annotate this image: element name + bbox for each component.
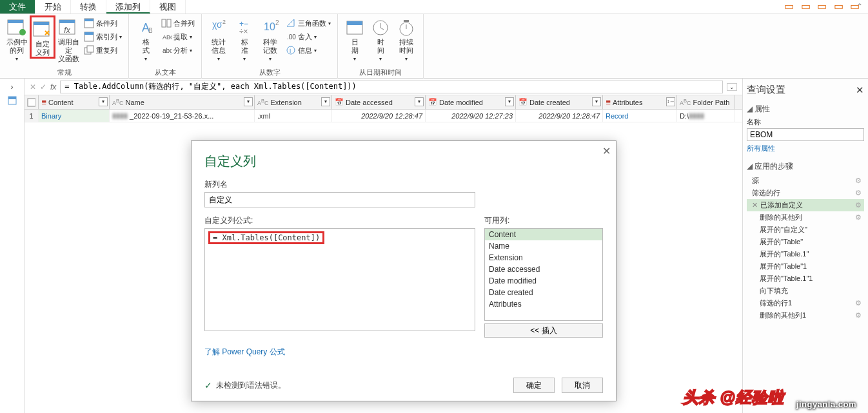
- applied-step[interactable]: 展开的"Table.1"1: [747, 273, 864, 285]
- standard-button[interactable]: +−÷×标 准▾: [232, 15, 257, 63]
- scientific-button[interactable]: 102科学 记数▾: [257, 15, 283, 63]
- menu-addcolumn[interactable]: 添加列: [106, 0, 150, 14]
- col-date-created[interactable]: 📅Date created▾: [516, 95, 603, 109]
- custom-column-button[interactable]: 自定 义列: [30, 15, 55, 59]
- formula-dropdown-icon[interactable]: ⌄: [727, 83, 737, 91]
- svg-rect-16: [162, 19, 166, 27]
- expand-rail-icon[interactable]: ›: [11, 82, 14, 91]
- watermark-site: jingyanla.com: [796, 399, 856, 409]
- ribbon-group-general-label: 常规: [4, 68, 124, 79]
- conditional-column-button[interactable]: 条件列: [81, 17, 124, 30]
- col-name[interactable]: ABCName▾: [110, 95, 255, 109]
- filter-icon[interactable]: ▾: [505, 97, 514, 106]
- col-date-modified[interactable]: 📅Date modified▾: [426, 95, 516, 109]
- svg-text:B: B: [148, 27, 153, 34]
- ok-button[interactable]: 确定: [513, 378, 555, 393]
- col-extension[interactable]: ABCExtension▾: [255, 95, 332, 109]
- format-button[interactable]: AB格 式▾: [133, 15, 159, 63]
- col-attributes[interactable]: ≣Attributes↕↔: [603, 95, 677, 109]
- query-name-input[interactable]: [747, 128, 864, 141]
- menu-file[interactable]: 文件: [0, 0, 35, 14]
- new-column-name-input[interactable]: [204, 192, 475, 207]
- formula-accept-icon[interactable]: ✓: [40, 82, 46, 91]
- index-column-button[interactable]: 索引列▾: [81, 30, 124, 43]
- svg-text:.00: .00: [287, 34, 296, 41]
- custom-column-dialog: ✕ 自定义列 新列名 自定义列公式: = Xml.Tables([Content…: [191, 140, 616, 401]
- menu-transform[interactable]: 转换: [71, 0, 106, 14]
- dialog-title: 自定义列: [192, 141, 616, 170]
- queries-icon: [7, 95, 17, 106]
- applied-step[interactable]: 删除的其他列1⚙: [747, 309, 864, 322]
- svg-rect-9: [84, 19, 94, 21]
- example-column-button[interactable]: 示例中 的列▾: [4, 15, 30, 63]
- dialog-close-button[interactable]: ✕: [602, 145, 611, 157]
- duration-button[interactable]: 持续 时间▾: [393, 15, 419, 63]
- filter-icon[interactable]: ▾: [99, 97, 108, 106]
- custom-formula-input[interactable]: = Xml.Tables([Content]): [204, 228, 475, 331]
- available-column-item[interactable]: Extension: [485, 252, 602, 264]
- svg-text:abc: abc: [163, 47, 172, 54]
- trigonometry-button[interactable]: 三角函数▾: [283, 17, 333, 30]
- calendar-icon: 📅: [335, 98, 344, 106]
- extract-button[interactable]: ABC提取▾: [159, 30, 197, 43]
- calendar-icon: 📅: [428, 98, 437, 106]
- invoke-function-button[interactable]: fx调用自定 义函数: [55, 15, 81, 63]
- applied-step[interactable]: 删除的其他列⚙: [747, 211, 864, 224]
- ribbon-group-datetime-label: 从日期和时间: [342, 68, 419, 79]
- watermark-brand: 头杀 @经验啦: [683, 387, 784, 408]
- svg-text:10: 10: [264, 21, 275, 32]
- applied-step[interactable]: 筛选的行⚙: [747, 187, 864, 199]
- applied-step[interactable]: 展开的"自定义": [747, 224, 864, 236]
- applied-step[interactable]: 筛选的行1⚙: [747, 297, 864, 309]
- available-column-item[interactable]: Content: [485, 229, 602, 240]
- check-icon: ✓: [204, 380, 212, 390]
- available-column-item[interactable]: Date modified: [485, 275, 602, 287]
- time-button[interactable]: 时 间▾: [368, 15, 393, 63]
- rounding-button[interactable]: .00舍入▾: [283, 30, 333, 43]
- queries-rail[interactable]: ›: [0, 79, 25, 413]
- available-columns-list[interactable]: ContentNameExtensionDate accessedDate mo…: [484, 228, 603, 321]
- applied-step[interactable]: ✕已添加自定义⚙: [747, 199, 864, 211]
- filter-icon[interactable]: ▾: [592, 97, 601, 106]
- parse-button[interactable]: abc分析▾: [159, 44, 197, 57]
- applied-step[interactable]: 向下填充: [747, 285, 864, 297]
- svg-rect-30: [347, 21, 362, 25]
- col-date-accessed[interactable]: 📅Date accessed▾: [332, 95, 426, 109]
- ribbon-group-text-label: 从文本: [133, 68, 197, 79]
- svg-text:2: 2: [222, 19, 226, 25]
- filter-icon[interactable]: ▾: [244, 97, 253, 106]
- statistics-button[interactable]: χσ2统计 信息▾: [206, 15, 232, 63]
- filter-icon[interactable]: ▾: [321, 97, 330, 106]
- calendar-icon: 📅: [518, 98, 528, 106]
- all-properties-link[interactable]: 所有属性: [747, 144, 864, 153]
- available-column-item[interactable]: Attributes: [485, 298, 602, 310]
- menu-view[interactable]: 视图: [150, 0, 186, 14]
- col-folder-path[interactable]: ABCFolder Path: [677, 95, 735, 109]
- filter-icon[interactable]: ↕↔: [666, 97, 675, 106]
- svg-rect-11: [84, 32, 94, 35]
- information-button[interactable]: i信息▾: [283, 44, 333, 57]
- date-button[interactable]: 日 期▾: [342, 15, 368, 63]
- formula-cancel-icon[interactable]: ✕: [30, 82, 36, 91]
- learn-pq-link[interactable]: 了解 Power Query 公式: [204, 347, 285, 358]
- applied-step[interactable]: 源⚙: [747, 175, 864, 187]
- available-column-item[interactable]: Date accessed: [485, 264, 602, 275]
- panel-title: 查询设置: [747, 84, 785, 96]
- formula-input[interactable]: [60, 81, 723, 93]
- filter-icon[interactable]: ▾: [415, 97, 424, 106]
- merge-columns-button[interactable]: 合并列: [159, 17, 197, 30]
- close-panel-icon[interactable]: ✕: [856, 84, 864, 96]
- svg-text:fx: fx: [64, 26, 70, 35]
- insert-button[interactable]: << 插入: [484, 323, 603, 338]
- duplicate-column-button[interactable]: 重复列: [81, 44, 124, 57]
- applied-step[interactable]: 展开的"Table": [747, 236, 864, 248]
- applied-step[interactable]: 展开的"Table.1": [747, 248, 864, 260]
- col-content[interactable]: ≣Content▾: [39, 95, 110, 109]
- cancel-button[interactable]: 取消: [562, 378, 603, 393]
- menu-home[interactable]: 开始: [35, 0, 71, 14]
- available-column-item[interactable]: Date created: [485, 287, 602, 298]
- table-row[interactable]: 1 Binary ▮▮▮▮ _2022-09-19_21-53-26.x... …: [25, 110, 742, 122]
- svg-point-2: [19, 29, 26, 35]
- applied-step[interactable]: 展开的"Table"1: [747, 260, 864, 273]
- available-column-item[interactable]: Name: [485, 240, 602, 252]
